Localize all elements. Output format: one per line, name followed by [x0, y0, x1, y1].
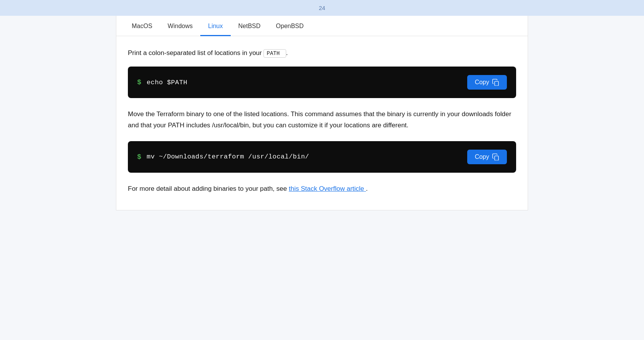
- stack-overflow-link[interactable]: this Stack Overflow article: [289, 185, 366, 192]
- code-block-1: $ echo $PATH Copy: [128, 67, 516, 98]
- tabs-bar: MacOS Windows Linux NetBSD OpenBSD: [116, 16, 528, 36]
- code-content-2: $ mv ~/Downloads/terraform /usr/local/bi…: [137, 153, 467, 161]
- dollar-sign-2: $: [137, 153, 141, 161]
- inline-code-path: PATH: [263, 49, 286, 58]
- code-content-1: $ echo $PATH: [137, 78, 467, 86]
- tab-netbsd[interactable]: NetBSD: [231, 16, 268, 36]
- main-container: MacOS Windows Linux NetBSD OpenBSD Print…: [116, 16, 528, 210]
- copy-button-2[interactable]: Copy: [467, 150, 507, 164]
- tab-macos[interactable]: MacOS: [124, 16, 160, 36]
- svg-rect-1: [495, 156, 498, 160]
- dollar-sign-1: $: [137, 78, 141, 86]
- tab-linux[interactable]: Linux: [200, 16, 230, 36]
- copy-icon-2: [492, 153, 499, 160]
- content-area: Print a colon-separated list of location…: [116, 36, 528, 210]
- top-bar: 24: [0, 0, 644, 16]
- description-1: Print a colon-separated list of location…: [128, 48, 516, 58]
- code-block-2: $ mv ~/Downloads/terraform /usr/local/bi…: [128, 141, 516, 173]
- copy-label-2: Copy: [475, 153, 489, 160]
- tab-openbsd[interactable]: OpenBSD: [268, 16, 311, 36]
- copy-label-1: Copy: [475, 79, 489, 86]
- command-text-2: mv ~/Downloads/terraform /usr/local/bin/: [147, 153, 309, 160]
- copy-button-1[interactable]: Copy: [467, 75, 507, 90]
- footer-text: For more detail about adding binaries to…: [128, 183, 516, 195]
- copy-icon-1: [492, 79, 499, 86]
- page-number: 24: [319, 5, 325, 11]
- tab-windows[interactable]: Windows: [160, 16, 200, 36]
- command-text-1: echo $PATH: [147, 79, 187, 86]
- paragraph-text: Move the Terraform binary to one of the …: [128, 109, 516, 131]
- svg-rect-0: [495, 81, 498, 86]
